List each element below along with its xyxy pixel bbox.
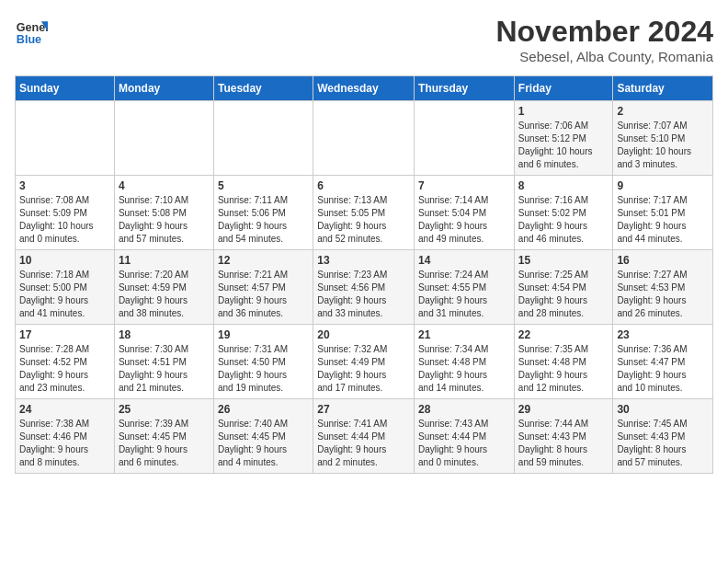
calendar-day-cell: 28Sunrise: 7:43 AM Sunset: 4:44 PM Dayli… xyxy=(415,399,515,474)
calendar-day-cell: 7Sunrise: 7:14 AM Sunset: 5:04 PM Daylig… xyxy=(415,176,515,250)
day-number: 24 xyxy=(19,403,110,416)
day-info: Sunrise: 7:10 AM Sunset: 5:08 PM Dayligh… xyxy=(119,194,210,246)
day-info: Sunrise: 7:31 AM Sunset: 4:50 PM Dayligh… xyxy=(218,343,309,395)
day-number: 20 xyxy=(317,328,410,341)
logo: General Blue xyxy=(15,15,48,48)
day-info: Sunrise: 7:11 AM Sunset: 5:06 PM Dayligh… xyxy=(218,194,309,246)
day-number: 19 xyxy=(218,328,309,341)
day-number: 8 xyxy=(518,179,609,192)
day-number: 10 xyxy=(19,254,110,267)
calendar-day-cell: 30Sunrise: 7:45 AM Sunset: 4:43 PM Dayli… xyxy=(613,399,713,474)
day-number: 21 xyxy=(418,328,510,341)
day-number: 9 xyxy=(617,179,709,192)
calendar-day-cell: 25Sunrise: 7:39 AM Sunset: 4:45 PM Dayli… xyxy=(114,399,213,474)
calendar-day-cell xyxy=(313,101,415,176)
calendar-day-cell: 10Sunrise: 7:18 AM Sunset: 5:00 PM Dayli… xyxy=(16,250,115,325)
calendar-day-cell: 13Sunrise: 7:23 AM Sunset: 4:56 PM Dayli… xyxy=(313,250,415,325)
weekday-header-cell: Wednesday xyxy=(313,76,415,101)
calendar-table: SundayMondayTuesdayWednesdayThursdayFrid… xyxy=(15,75,713,474)
day-info: Sunrise: 7:30 AM Sunset: 4:51 PM Dayligh… xyxy=(119,343,210,395)
day-info: Sunrise: 7:36 AM Sunset: 4:47 PM Dayligh… xyxy=(617,343,709,395)
day-number: 26 xyxy=(218,403,309,416)
day-number: 4 xyxy=(119,179,210,192)
day-number: 27 xyxy=(317,403,410,416)
day-info: Sunrise: 7:14 AM Sunset: 5:04 PM Dayligh… xyxy=(418,194,510,246)
calendar-day-cell: 21Sunrise: 7:34 AM Sunset: 4:48 PM Dayli… xyxy=(415,325,515,399)
day-number: 2 xyxy=(617,105,709,118)
day-number: 23 xyxy=(617,328,709,341)
calendar-week-row: 3Sunrise: 7:08 AM Sunset: 5:09 PM Daylig… xyxy=(16,176,713,250)
calendar-day-cell: 18Sunrise: 7:30 AM Sunset: 4:51 PM Dayli… xyxy=(114,325,213,399)
title-area: November 2024 Sebesel, Alba County, Roma… xyxy=(495,15,713,64)
calendar-day-cell xyxy=(114,101,213,176)
calendar-day-cell: 2Sunrise: 7:07 AM Sunset: 5:10 PM Daylig… xyxy=(613,101,713,176)
day-info: Sunrise: 7:17 AM Sunset: 5:01 PM Dayligh… xyxy=(617,194,709,246)
day-number: 7 xyxy=(418,179,510,192)
calendar-day-cell: 26Sunrise: 7:40 AM Sunset: 4:45 PM Dayli… xyxy=(213,399,313,474)
calendar-day-cell: 17Sunrise: 7:28 AM Sunset: 4:52 PM Dayli… xyxy=(16,325,115,399)
day-info: Sunrise: 7:07 AM Sunset: 5:10 PM Dayligh… xyxy=(617,120,709,171)
day-info: Sunrise: 7:41 AM Sunset: 4:44 PM Dayligh… xyxy=(317,418,410,469)
day-info: Sunrise: 7:18 AM Sunset: 5:00 PM Dayligh… xyxy=(19,269,110,320)
svg-text:Blue: Blue xyxy=(17,33,41,46)
day-info: Sunrise: 7:45 AM Sunset: 4:43 PM Dayligh… xyxy=(617,418,709,469)
header: General Blue November 2024 Sebesel, Alba… xyxy=(15,15,713,64)
calendar-day-cell: 23Sunrise: 7:36 AM Sunset: 4:47 PM Dayli… xyxy=(613,325,713,399)
weekday-header-cell: Saturday xyxy=(613,76,713,101)
weekday-header-cell: Friday xyxy=(514,76,613,101)
calendar-day-cell xyxy=(415,101,515,176)
calendar-day-cell: 12Sunrise: 7:21 AM Sunset: 4:57 PM Dayli… xyxy=(213,250,313,325)
day-info: Sunrise: 7:21 AM Sunset: 4:57 PM Dayligh… xyxy=(218,269,309,320)
day-info: Sunrise: 7:43 AM Sunset: 4:44 PM Dayligh… xyxy=(418,418,510,469)
calendar-day-cell: 1Sunrise: 7:06 AM Sunset: 5:12 PM Daylig… xyxy=(514,101,613,176)
day-number: 1 xyxy=(518,105,609,118)
day-info: Sunrise: 7:34 AM Sunset: 4:48 PM Dayligh… xyxy=(418,343,510,395)
calendar-day-cell xyxy=(213,101,313,176)
day-info: Sunrise: 7:44 AM Sunset: 4:43 PM Dayligh… xyxy=(518,418,609,469)
day-number: 6 xyxy=(317,179,410,192)
day-number: 14 xyxy=(418,254,510,267)
day-info: Sunrise: 7:20 AM Sunset: 4:59 PM Dayligh… xyxy=(119,269,210,320)
day-info: Sunrise: 7:38 AM Sunset: 4:46 PM Dayligh… xyxy=(19,418,110,469)
day-info: Sunrise: 7:16 AM Sunset: 5:02 PM Dayligh… xyxy=(518,194,609,246)
day-number: 18 xyxy=(119,328,210,341)
day-number: 11 xyxy=(119,254,210,267)
calendar-day-cell: 16Sunrise: 7:27 AM Sunset: 4:53 PM Dayli… xyxy=(613,250,713,325)
calendar-week-row: 24Sunrise: 7:38 AM Sunset: 4:46 PM Dayli… xyxy=(16,399,713,474)
day-number: 30 xyxy=(617,403,709,416)
calendar-day-cell: 27Sunrise: 7:41 AM Sunset: 4:44 PM Dayli… xyxy=(313,399,415,474)
day-info: Sunrise: 7:06 AM Sunset: 5:12 PM Dayligh… xyxy=(518,120,609,171)
weekday-header-cell: Thursday xyxy=(415,76,515,101)
weekday-header-cell: Tuesday xyxy=(213,76,313,101)
day-number: 17 xyxy=(19,328,110,341)
day-info: Sunrise: 7:25 AM Sunset: 4:54 PM Dayligh… xyxy=(518,269,609,320)
day-info: Sunrise: 7:40 AM Sunset: 4:45 PM Dayligh… xyxy=(218,418,309,469)
calendar-day-cell: 15Sunrise: 7:25 AM Sunset: 4:54 PM Dayli… xyxy=(514,250,613,325)
calendar-day-cell: 19Sunrise: 7:31 AM Sunset: 4:50 PM Dayli… xyxy=(213,325,313,399)
day-info: Sunrise: 7:39 AM Sunset: 4:45 PM Dayligh… xyxy=(119,418,210,469)
day-number: 12 xyxy=(218,254,309,267)
day-info: Sunrise: 7:35 AM Sunset: 4:48 PM Dayligh… xyxy=(518,343,609,395)
calendar-week-row: 10Sunrise: 7:18 AM Sunset: 5:00 PM Dayli… xyxy=(16,250,713,325)
calendar-day-cell: 6Sunrise: 7:13 AM Sunset: 5:05 PM Daylig… xyxy=(313,176,415,250)
calendar-day-cell: 20Sunrise: 7:32 AM Sunset: 4:49 PM Dayli… xyxy=(313,325,415,399)
day-number: 16 xyxy=(617,254,709,267)
calendar-day-cell: 11Sunrise: 7:20 AM Sunset: 4:59 PM Dayli… xyxy=(114,250,213,325)
weekday-header-cell: Monday xyxy=(114,76,213,101)
calendar-day-cell: 22Sunrise: 7:35 AM Sunset: 4:48 PM Dayli… xyxy=(514,325,613,399)
calendar-week-row: 17Sunrise: 7:28 AM Sunset: 4:52 PM Dayli… xyxy=(16,325,713,399)
calendar-day-cell: 3Sunrise: 7:08 AM Sunset: 5:09 PM Daylig… xyxy=(16,176,115,250)
calendar-day-cell: 5Sunrise: 7:11 AM Sunset: 5:06 PM Daylig… xyxy=(213,176,313,250)
day-number: 5 xyxy=(218,179,309,192)
weekday-header-row: SundayMondayTuesdayWednesdayThursdayFrid… xyxy=(16,76,713,101)
day-number: 25 xyxy=(119,403,210,416)
calendar-subtitle: Sebesel, Alba County, Romania xyxy=(495,49,713,64)
day-number: 13 xyxy=(317,254,410,267)
calendar-day-cell: 8Sunrise: 7:16 AM Sunset: 5:02 PM Daylig… xyxy=(514,176,613,250)
logo-icon: General Blue xyxy=(15,15,48,48)
calendar-day-cell: 14Sunrise: 7:24 AM Sunset: 4:55 PM Dayli… xyxy=(415,250,515,325)
day-number: 3 xyxy=(19,179,110,192)
day-info: Sunrise: 7:08 AM Sunset: 5:09 PM Dayligh… xyxy=(19,194,110,246)
calendar-day-cell: 9Sunrise: 7:17 AM Sunset: 5:01 PM Daylig… xyxy=(613,176,713,250)
day-number: 28 xyxy=(418,403,510,416)
